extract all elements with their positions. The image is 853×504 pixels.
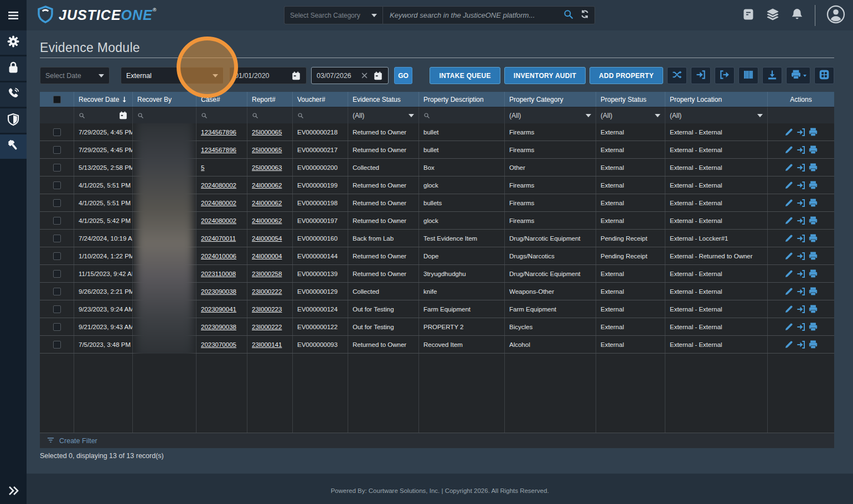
row-checkbox[interactable] [53,252,61,260]
print-icon[interactable] [808,340,818,350]
print-menu-button[interactable] [786,67,810,84]
print-icon[interactable] [808,304,818,314]
report-link[interactable]: 25I000063 [252,164,282,171]
inventory-audit-button[interactable]: INVENTORY AUDIT [504,67,586,84]
report-link[interactable]: 23I000258 [252,271,282,277]
go-button[interactable]: GO [394,67,412,84]
edit-icon[interactable] [784,322,794,332]
barcode-button[interactable] [738,67,758,84]
intake-queue-button[interactable]: INTAKE QUEUE [430,67,500,84]
report-link[interactable]: 24I000054 [252,235,282,242]
column-header-voucher-[interactable]: Voucher# [293,92,348,107]
column-header-recover-by[interactable]: Recover By [133,92,197,107]
row-checkbox[interactable] [53,323,61,331]
transfer-button[interactable] [667,67,687,84]
calendar-icon[interactable] [373,71,383,81]
search-category-select[interactable]: Select Search Category [284,6,382,24]
case-link[interactable]: 2023090038 [201,288,236,295]
print-icon[interactable] [808,163,818,173]
print-icon[interactable] [808,322,818,332]
profile-button[interactable] [826,5,845,26]
grid-view-button[interactable] [814,67,834,84]
case-link[interactable]: 2024080002 [201,182,236,189]
row-checkbox[interactable] [53,128,61,136]
row-checkbox[interactable] [53,235,61,242]
search-icon[interactable] [563,9,574,22]
filter-recover-by-search[interactable] [133,107,197,123]
report-link[interactable]: 23I000223 [252,306,282,313]
print-icon[interactable] [808,269,818,279]
check-out-button[interactable] [715,67,735,84]
edit-icon[interactable] [784,180,794,190]
calendar-icon[interactable] [291,71,301,81]
keyword-search-input[interactable] [390,11,563,19]
print-icon[interactable] [808,145,818,155]
menu-button[interactable] [0,0,27,30]
column-header-property-status[interactable]: Property Status [596,92,665,107]
calendar-icon[interactable] [118,111,128,120]
edit-icon[interactable] [784,233,794,243]
check-in-icon[interactable] [796,163,806,173]
column-header-property-category[interactable]: Property Category [505,92,596,107]
row-checkbox[interactable] [53,164,61,172]
sidebar-item-security[interactable] [0,56,27,81]
case-link[interactable]: 2024080002 [201,217,236,224]
print-icon[interactable] [808,198,818,208]
column-header-report-[interactable]: Report# [247,92,293,107]
column-header-actions[interactable]: Actions [768,92,834,107]
select-all-checkbox[interactable] [53,96,61,103]
check-in-icon[interactable] [796,304,806,314]
check-in-icon[interactable] [796,340,806,350]
date-to-field[interactable]: 03/07/2026 [311,67,389,84]
filter-voucher-search[interactable] [293,107,348,123]
check-in-icon[interactable] [796,216,806,226]
case-link[interactable]: 2023090038 [201,324,236,330]
case-link[interactable]: 5 [201,164,204,171]
clear-date-icon[interactable] [360,71,369,80]
check-in-icon[interactable] [796,180,806,190]
column-header-property-location[interactable]: Property Location [665,92,768,107]
report-link[interactable]: 23I000141 [252,341,282,348]
edit-icon[interactable] [784,198,794,208]
check-in-icon[interactable] [796,127,806,137]
report-link[interactable]: 23I000222 [252,288,282,295]
print-icon[interactable] [808,180,818,190]
check-in-icon[interactable] [796,269,806,279]
print-icon[interactable] [808,127,818,137]
report-link[interactable]: 25I000065 [252,147,282,153]
column-header-recover-date[interactable]: Recover Date [74,92,133,107]
check-in-icon[interactable] [796,251,806,261]
sidebar-item-records[interactable] [0,108,27,133]
row-checkbox[interactable] [53,217,61,225]
export-button[interactable] [762,67,782,84]
case-link[interactable]: 1234567896 [201,129,236,136]
add-property-button[interactable]: ADD PROPERTY [590,67,663,84]
filter-case-search[interactable] [197,107,247,123]
case-link[interactable]: 2024010006 [201,253,236,259]
column-header-property-description[interactable]: Property Description [419,92,505,107]
row-checkbox[interactable] [53,199,61,207]
sidebar-item-settings[interactable] [0,30,27,55]
edit-icon[interactable] [784,163,794,173]
print-icon[interactable] [808,233,818,243]
edit-icon[interactable] [784,127,794,137]
print-icon[interactable] [808,216,818,226]
edit-icon[interactable] [784,304,794,314]
filter-property-status-all-dropdown[interactable]: (All) [596,107,665,123]
filter-recover-date-search[interactable] [74,107,133,123]
check-in-icon[interactable] [796,287,806,297]
sort-descending-icon[interactable] [121,96,128,103]
create-filter-button[interactable]: Create Filter [40,433,834,448]
case-link[interactable]: 2023090041 [201,306,236,313]
row-checkbox[interactable] [53,270,61,278]
date-from-field[interactable]: 01/01/2020 [229,67,307,84]
print-icon[interactable] [808,287,818,297]
check-in-icon[interactable] [796,145,806,155]
filter-report-search[interactable] [247,107,293,123]
filter-property-description-search[interactable] [419,107,505,123]
check-in-icon[interactable] [796,322,806,332]
notifications-button[interactable] [790,8,804,23]
print-icon[interactable] [808,251,818,261]
row-checkbox[interactable] [53,288,61,295]
sidebar-expand-button[interactable] [0,484,27,500]
